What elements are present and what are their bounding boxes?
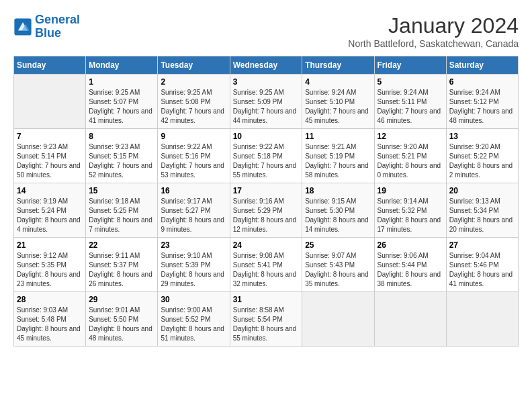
day-info: Sunrise: 9:07 AMSunset: 5:43 PMDaylight:… (305, 251, 371, 289)
table-row: 12 Sunrise: 9:20 AMSunset: 5:21 PMDaylig… (374, 129, 446, 183)
table-row: 22 Sunrise: 9:11 AMSunset: 5:37 PMDaylig… (86, 238, 158, 292)
day-info: Sunrise: 9:22 AMSunset: 5:18 PMDaylight:… (233, 142, 300, 180)
day-info: Sunrise: 9:20 AMSunset: 5:22 PMDaylight:… (449, 142, 515, 180)
header-monday: Monday (86, 56, 158, 75)
day-number: 16 (161, 186, 226, 195)
day-info: Sunrise: 9:25 AMSunset: 5:07 PMDaylight:… (89, 88, 154, 126)
table-row: 31 Sunrise: 8:58 AMSunset: 5:54 PMDaylig… (230, 292, 302, 347)
day-info: Sunrise: 9:21 AMSunset: 5:19 PMDaylight:… (305, 142, 371, 180)
weekday-header-row: Sunday Monday Tuesday Wednesday Thursday… (14, 56, 519, 75)
table-row (374, 292, 446, 347)
day-info: Sunrise: 9:08 AMSunset: 5:41 PMDaylight:… (233, 251, 300, 289)
calendar-table: Sunday Monday Tuesday Wednesday Thursday… (13, 56, 519, 347)
logo-line2: Blue (35, 26, 61, 40)
logo: General Blue (13, 13, 80, 40)
day-number: 6 (449, 77, 515, 87)
header-saturday: Saturday (446, 56, 518, 75)
header-thursday: Thursday (302, 56, 374, 75)
day-info: Sunrise: 9:24 AMSunset: 5:10 PMDaylight:… (305, 88, 371, 126)
day-number: 10 (233, 132, 300, 141)
day-number: 25 (305, 240, 371, 250)
logo-text: General Blue (35, 13, 80, 40)
table-row: 11 Sunrise: 9:21 AMSunset: 5:19 PMDaylig… (302, 129, 374, 183)
table-row: 23 Sunrise: 9:10 AMSunset: 5:39 PMDaylig… (158, 238, 230, 292)
day-number: 3 (233, 77, 300, 87)
table-row: 28 Sunrise: 9:03 AMSunset: 5:48 PMDaylig… (14, 292, 86, 347)
day-number: 22 (89, 240, 154, 250)
day-number: 5 (378, 77, 443, 87)
page-header: General Blue January 2024 North Battlefo… (13, 13, 519, 49)
table-row: 29 Sunrise: 9:01 AMSunset: 5:50 PMDaylig… (86, 292, 158, 347)
day-info: Sunrise: 9:12 AMSunset: 5:35 PMDaylight:… (17, 251, 83, 289)
day-info: Sunrise: 9:24 AMSunset: 5:11 PMDaylight:… (378, 88, 443, 126)
table-row: 27 Sunrise: 9:04 AMSunset: 5:46 PMDaylig… (446, 238, 518, 292)
table-row: 6 Sunrise: 9:24 AMSunset: 5:12 PMDayligh… (446, 75, 518, 129)
day-info: Sunrise: 9:01 AMSunset: 5:50 PMDaylight:… (89, 306, 154, 343)
day-info: Sunrise: 9:25 AMSunset: 5:09 PMDaylight:… (233, 88, 300, 126)
location-subtitle: North Battleford, Saskatchewan, Canada (348, 38, 519, 49)
day-number: 30 (161, 295, 226, 304)
day-info: Sunrise: 9:23 AMSunset: 5:15 PMDaylight:… (89, 142, 154, 180)
day-number: 20 (449, 186, 515, 195)
calendar-week-row: 21 Sunrise: 9:12 AMSunset: 5:35 PMDaylig… (14, 238, 519, 292)
day-info: Sunrise: 9:20 AMSunset: 5:21 PMDaylight:… (378, 142, 443, 180)
table-row: 3 Sunrise: 9:25 AMSunset: 5:09 PMDayligh… (230, 75, 302, 129)
day-number: 4 (305, 77, 371, 87)
title-area: January 2024 North Battleford, Saskatche… (348, 13, 519, 49)
day-info: Sunrise: 9:16 AMSunset: 5:29 PMDaylight:… (233, 197, 300, 234)
table-row: 17 Sunrise: 9:16 AMSunset: 5:29 PMDaylig… (230, 183, 302, 238)
day-number: 12 (378, 132, 443, 141)
table-row: 16 Sunrise: 9:17 AMSunset: 5:27 PMDaylig… (158, 183, 230, 238)
table-row: 26 Sunrise: 9:06 AMSunset: 5:44 PMDaylig… (374, 238, 446, 292)
day-info: Sunrise: 9:19 AMSunset: 5:24 PMDaylight:… (17, 197, 83, 234)
day-number: 8 (89, 132, 154, 141)
day-info: Sunrise: 9:11 AMSunset: 5:37 PMDaylight:… (89, 251, 154, 289)
day-number: 27 (449, 240, 515, 250)
table-row: 9 Sunrise: 9:22 AMSunset: 5:16 PMDayligh… (158, 129, 230, 183)
day-number: 14 (17, 186, 83, 195)
table-row: 1 Sunrise: 9:25 AMSunset: 5:07 PMDayligh… (86, 75, 158, 129)
day-info: Sunrise: 9:15 AMSunset: 5:30 PMDaylight:… (305, 197, 371, 234)
day-info: Sunrise: 9:13 AMSunset: 5:34 PMDaylight:… (449, 197, 515, 234)
day-number: 18 (305, 186, 371, 195)
day-number: 31 (233, 295, 300, 304)
table-row: 14 Sunrise: 9:19 AMSunset: 5:24 PMDaylig… (14, 183, 86, 238)
day-info: Sunrise: 9:22 AMSunset: 5:16 PMDaylight:… (161, 142, 226, 180)
day-info: Sunrise: 9:06 AMSunset: 5:44 PMDaylight:… (378, 251, 443, 289)
table-row: 8 Sunrise: 9:23 AMSunset: 5:15 PMDayligh… (86, 129, 158, 183)
day-info: Sunrise: 9:14 AMSunset: 5:32 PMDaylight:… (378, 197, 443, 234)
calendar-week-row: 14 Sunrise: 9:19 AMSunset: 5:24 PMDaylig… (14, 183, 519, 238)
day-info: Sunrise: 9:00 AMSunset: 5:52 PMDaylight:… (161, 306, 226, 343)
table-row: 19 Sunrise: 9:14 AMSunset: 5:32 PMDaylig… (374, 183, 446, 238)
table-row: 2 Sunrise: 9:25 AMSunset: 5:08 PMDayligh… (158, 75, 230, 129)
day-info: Sunrise: 9:03 AMSunset: 5:48 PMDaylight:… (17, 306, 83, 343)
day-number: 11 (305, 132, 371, 141)
day-info: Sunrise: 9:10 AMSunset: 5:39 PMDaylight:… (161, 251, 226, 289)
table-row: 5 Sunrise: 9:24 AMSunset: 5:11 PMDayligh… (374, 75, 446, 129)
day-number: 15 (89, 186, 154, 195)
day-number: 13 (449, 132, 515, 141)
day-info: Sunrise: 9:04 AMSunset: 5:46 PMDaylight:… (449, 251, 515, 289)
header-friday: Friday (374, 56, 446, 75)
table-row: 15 Sunrise: 9:18 AMSunset: 5:25 PMDaylig… (86, 183, 158, 238)
calendar-week-row: 28 Sunrise: 9:03 AMSunset: 5:48 PMDaylig… (14, 292, 519, 347)
day-number: 7 (17, 132, 83, 141)
table-row (302, 292, 374, 347)
table-row: 20 Sunrise: 9:13 AMSunset: 5:34 PMDaylig… (446, 183, 518, 238)
day-info: Sunrise: 9:23 AMSunset: 5:14 PMDaylight:… (17, 142, 83, 180)
table-row (446, 292, 518, 347)
table-row (14, 75, 86, 129)
day-number: 24 (233, 240, 300, 250)
header-wednesday: Wednesday (230, 56, 302, 75)
day-number: 2 (161, 77, 226, 87)
table-row: 30 Sunrise: 9:00 AMSunset: 5:52 PMDaylig… (158, 292, 230, 347)
table-row: 21 Sunrise: 9:12 AMSunset: 5:35 PMDaylig… (14, 238, 86, 292)
table-row: 13 Sunrise: 9:20 AMSunset: 5:22 PMDaylig… (446, 129, 518, 183)
table-row: 18 Sunrise: 9:15 AMSunset: 5:30 PMDaylig… (302, 183, 374, 238)
day-info: Sunrise: 9:24 AMSunset: 5:12 PMDaylight:… (449, 88, 515, 126)
day-info: Sunrise: 9:18 AMSunset: 5:25 PMDaylight:… (89, 197, 154, 234)
day-number: 23 (161, 240, 226, 250)
day-number: 28 (17, 295, 83, 304)
day-number: 19 (378, 186, 443, 195)
calendar-week-row: 7 Sunrise: 9:23 AMSunset: 5:14 PMDayligh… (14, 129, 519, 183)
